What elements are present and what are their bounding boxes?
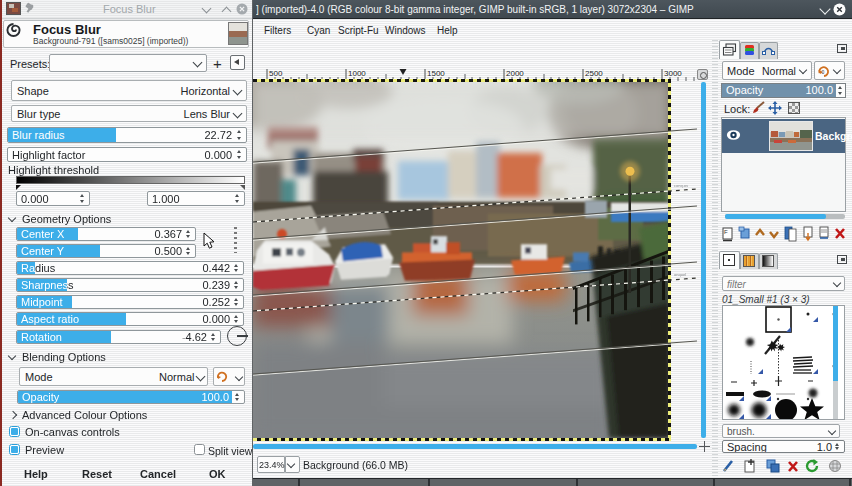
svg-text:onqoel: onqoel [674,272,686,277]
svg-text:2000: 2000 [506,69,524,78]
svg-text:1000: 1000 [348,69,366,78]
svg-text:0: 0 [822,69,825,75]
svg-text:1500: 1500 [427,69,445,78]
svg-text:F: F [724,229,728,235]
svg-text:500: 500 [269,69,283,78]
svg-text:2500: 2500 [585,69,603,78]
svg-text:3000: 3000 [664,69,682,78]
svg-text:conq.os: conq.os [674,183,688,188]
